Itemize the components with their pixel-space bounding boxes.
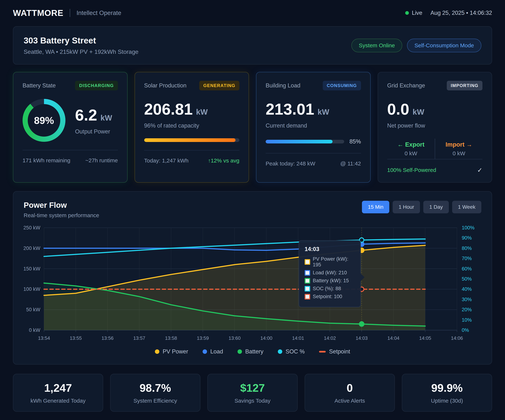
tooltip-setpoint: Setpoint: 100 bbox=[313, 294, 342, 299]
svg-text:14:06: 14:06 bbox=[451, 335, 463, 341]
tooltip-pv: PV Power (kW): 195 bbox=[313, 256, 355, 268]
range-button-1week[interactable]: 1 Week bbox=[452, 201, 481, 213]
stat-kwh-generated: 1,247 kWh Generated Today bbox=[13, 374, 103, 412]
card-divider bbox=[266, 153, 361, 153]
grid-netflow-label: Net power flow bbox=[387, 122, 483, 129]
stat-label: Active Alerts bbox=[310, 398, 389, 404]
svg-text:0 kW: 0 kW bbox=[29, 327, 40, 333]
svg-text:0%: 0% bbox=[462, 327, 469, 333]
svg-text:13:60: 13:60 bbox=[229, 335, 241, 341]
legend-item-battery[interactable]: Battery bbox=[238, 348, 263, 355]
load-legend-dot-icon bbox=[202, 349, 207, 354]
svg-text:50%: 50% bbox=[462, 276, 472, 282]
svg-text:20%: 20% bbox=[462, 307, 472, 312]
svg-text:30%: 30% bbox=[462, 297, 472, 302]
svg-text:70%: 70% bbox=[462, 256, 472, 261]
load-value: 213.01 bbox=[266, 100, 314, 118]
site-name: 303 Battery Street bbox=[24, 36, 139, 45]
stat-uptime: 99.9% Uptime (30d) bbox=[402, 374, 492, 412]
power-flow-chart-svg[interactable]: 0 kW50 kW100 kW150 kW200 kW250 kW0%10%20… bbox=[24, 225, 482, 345]
svg-text:100%: 100% bbox=[462, 225, 474, 230]
svg-text:250 kW: 250 kW bbox=[24, 225, 40, 230]
grid-value: 0.0 bbox=[387, 100, 410, 118]
system-online-badge: System Online bbox=[351, 39, 402, 52]
tooltip-swatch-setpoint bbox=[305, 294, 310, 299]
svg-text:14:04: 14:04 bbox=[387, 335, 399, 341]
export-import-divider bbox=[435, 139, 435, 159]
brand-divider bbox=[70, 9, 70, 17]
legend-item-soc[interactable]: SOC % bbox=[278, 348, 305, 355]
tooltip-soc: SOC (%): 88 bbox=[313, 286, 341, 292]
card-divider bbox=[144, 150, 240, 151]
svg-text:13:57: 13:57 bbox=[133, 335, 145, 341]
legend-item-setpoint[interactable]: Setpoint bbox=[319, 348, 350, 355]
pv-power-legend-dot-icon bbox=[155, 349, 159, 354]
time-range-selector: 15 Min 1 Hour 1 Day 1 Week bbox=[362, 201, 481, 213]
svg-text:40%: 40% bbox=[462, 286, 472, 292]
stat-value: 1,247 bbox=[19, 382, 97, 394]
grid-exchange-card: Grid Exchange IMPORTING 0.0 kW Net power… bbox=[378, 72, 492, 183]
stat-value: 99.9% bbox=[408, 382, 486, 394]
stat-value: 98.7% bbox=[116, 382, 195, 394]
stat-active-alerts: 0 Active Alerts bbox=[305, 374, 395, 412]
solar-progress-bar bbox=[144, 138, 240, 142]
setpoint-legend-dash-icon bbox=[319, 351, 326, 353]
grid-export-label: ← Export bbox=[397, 141, 424, 148]
battery-card-title: Battery State bbox=[23, 82, 56, 89]
solar-capacity-label: 96% of rated capacity bbox=[144, 122, 240, 129]
solar-value: 206.81 bbox=[144, 100, 193, 118]
svg-text:13:59: 13:59 bbox=[197, 335, 209, 341]
solar-card-title: Solar Production bbox=[144, 82, 187, 89]
svg-text:50 kW: 50 kW bbox=[26, 307, 40, 312]
grid-status-badge: IMPORTING bbox=[447, 81, 483, 90]
live-label: Live bbox=[412, 10, 422, 16]
battery-soc-gauge: 89% bbox=[23, 99, 65, 142]
metric-cards-row: Battery State DISCHARGING 89% 6.2 kW Out… bbox=[13, 72, 492, 183]
stat-value: 0 bbox=[310, 382, 389, 394]
legend-item-pv-power[interactable]: PV Power bbox=[155, 348, 188, 355]
load-status-badge: CONSUMING bbox=[323, 81, 361, 90]
svg-text:13:58: 13:58 bbox=[165, 335, 177, 341]
grid-import-value: 0 kW bbox=[445, 150, 472, 157]
load-unit: kW bbox=[318, 108, 329, 116]
svg-text:90%: 90% bbox=[462, 235, 472, 241]
load-card-title: Building Load bbox=[266, 82, 300, 89]
solar-today-total: Today: 1,247 kWh bbox=[144, 158, 189, 164]
top-bar: WATTMORE Intellect Operate Live Aug 25, … bbox=[13, 4, 492, 21]
range-button-1day[interactable]: 1 Day bbox=[423, 201, 449, 213]
building-load-card: Building Load CONSUMING 213.01 kW Curren… bbox=[256, 72, 371, 183]
live-status-icon bbox=[405, 11, 409, 15]
tooltip-swatch-battery bbox=[305, 278, 310, 284]
card-divider bbox=[23, 150, 118, 150]
product-name: Intellect Operate bbox=[76, 9, 121, 16]
site-details: Seattle, WA • 215kW PV + 192kWh Storage bbox=[24, 48, 139, 55]
self-consumption-mode-badge[interactable]: Self-Consumption Mode bbox=[407, 39, 481, 52]
range-button-1hour[interactable]: 1 Hour bbox=[393, 201, 420, 213]
datetime: Aug 25, 2025 • 14:06:32 bbox=[430, 10, 492, 16]
svg-text:14:02: 14:02 bbox=[324, 335, 336, 341]
grid-unit: kW bbox=[413, 108, 424, 116]
battery-status-badge: DISCHARGING bbox=[75, 81, 118, 90]
brand-logo: WATTMORE bbox=[13, 8, 63, 18]
stat-value: $127 bbox=[213, 382, 292, 394]
grid-self-powered: 100% Self-Powered bbox=[387, 167, 436, 173]
svg-text:100 kW: 100 kW bbox=[24, 286, 40, 292]
battery-output-value: 6.2 bbox=[75, 106, 97, 124]
battery-runtime: ~27h runtime bbox=[85, 157, 118, 164]
tooltip-battery: Battery (kW): 15 bbox=[313, 278, 349, 284]
soc-legend-dot-icon bbox=[278, 349, 282, 354]
battery-legend-dot-icon bbox=[238, 349, 242, 354]
battery-output-unit: kW bbox=[101, 114, 112, 122]
stat-savings-today: $127 Savings Today bbox=[207, 374, 298, 412]
solar-vs-avg: ↑12% vs avg bbox=[208, 158, 239, 164]
svg-text:150 kW: 150 kW bbox=[24, 266, 40, 272]
power-flow-title: Power Flow bbox=[24, 201, 99, 210]
legend-item-load[interactable]: Load bbox=[202, 348, 223, 355]
tooltip-swatch-soc bbox=[305, 286, 310, 292]
range-button-15min[interactable]: 15 Min bbox=[362, 201, 389, 213]
chart-tooltip: 14:03 PV Power (kW): 195 Load (kW): 210 … bbox=[299, 240, 361, 307]
svg-text:10%: 10% bbox=[462, 317, 472, 323]
battery-remaining: 171 kWh remaining bbox=[23, 157, 70, 164]
stat-system-efficiency: 98.7% System Efficiency bbox=[110, 374, 200, 412]
svg-text:14:01: 14:01 bbox=[292, 335, 304, 341]
